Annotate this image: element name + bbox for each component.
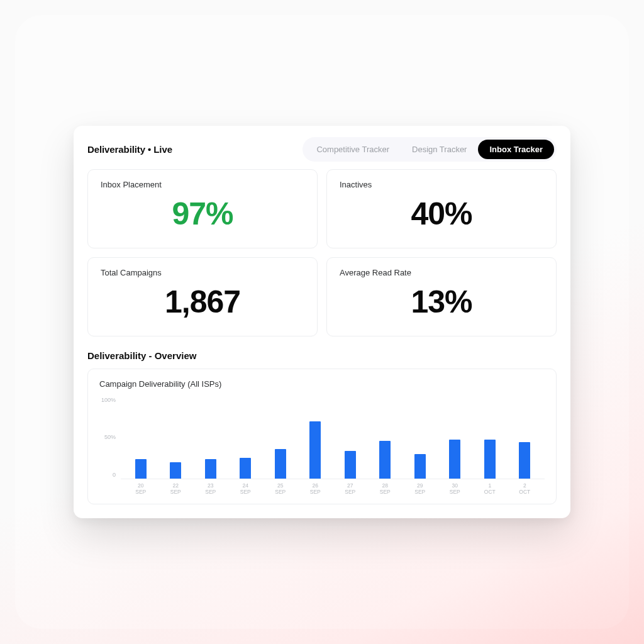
chart-x-tick: 22 SEP: [170, 483, 181, 496]
stat-label: Average Read Rate: [340, 268, 543, 277]
stat-value: 97%: [101, 193, 304, 235]
dashboard-card: Deliverability • Live Competitive Tracke…: [74, 126, 570, 519]
stat-label: Inbox Placement: [101, 180, 304, 189]
stat-card-inactives: Inactives 40%: [326, 169, 557, 248]
chart-x-tick: 24 SEP: [240, 483, 251, 496]
tab-competitive-tracker[interactable]: Competitive Tracker: [305, 140, 401, 159]
page-background: Deliverability • Live Competitive Tracke…: [15, 15, 629, 629]
chart-plot: [121, 397, 545, 479]
chart-x-tick: 29 SEP: [414, 483, 426, 496]
stat-value: 13%: [340, 281, 543, 323]
chart-x-tick: 23 SEP: [205, 483, 216, 496]
tab-design-tracker[interactable]: Design Tracker: [401, 140, 478, 159]
top-bar: Deliverability • Live Competitive Tracke…: [87, 137, 557, 162]
chart-y-tick: 100%: [99, 397, 116, 403]
chart-x-tick: 30 SEP: [449, 483, 460, 496]
chart-area: 100%50%0 20 SEP22 SEP23 SEP24 SEP25 SEP2…: [99, 397, 545, 496]
chart-bar: [170, 462, 181, 479]
chart-x-tick: 20 SEP: [135, 483, 147, 496]
stat-card-inbox-placement: Inbox Placement 97%: [87, 169, 318, 248]
stat-card-total-campaigns: Total Campaigns 1,867: [87, 257, 318, 336]
chart-bar: [309, 421, 321, 478]
chart-y-tick: 50%: [99, 435, 116, 440]
chart-x-tick: 26 SEP: [309, 483, 321, 496]
stat-label: Total Campaigns: [101, 268, 304, 277]
stat-value: 40%: [340, 193, 543, 235]
chart-bar: [484, 440, 496, 479]
chart-bar: [205, 459, 216, 479]
chart-x-tick: 27 SEP: [345, 483, 356, 496]
stat-card-avg-read-rate: Average Read Rate 13%: [326, 257, 557, 336]
chart-plot-wrap: 20 SEP22 SEP23 SEP24 SEP25 SEP26 SEP27 S…: [121, 397, 545, 496]
chart-bar: [275, 449, 286, 478]
stat-grid: Inbox Placement 97% Inactives 40% Total …: [87, 169, 557, 336]
chart-bar: [240, 458, 251, 478]
chart-y-axis: 100%50%0: [99, 397, 116, 479]
section-title-live: Deliverability • Live: [87, 144, 172, 155]
chart-x-tick: 25 SEP: [275, 483, 286, 496]
chart-x-tick: 1 OCT: [484, 483, 496, 496]
chart-bar: [449, 440, 460, 479]
stat-value: 1,867: [101, 281, 304, 323]
chart-x-axis: 20 SEP22 SEP23 SEP24 SEP25 SEP26 SEP27 S…: [121, 479, 545, 496]
section-title-overview: Deliverability - Overview: [87, 350, 557, 361]
chart-bar: [519, 442, 530, 479]
chart-title: Campaign Deliverability (All ISPs): [99, 379, 545, 389]
tracker-tabs: Competitive TrackerDesign TrackerInbox T…: [303, 137, 557, 162]
chart-bar: [414, 454, 426, 479]
chart-card: Campaign Deliverability (All ISPs) 100%5…: [87, 369, 557, 505]
chart-x-tick: 28 SEP: [379, 483, 391, 496]
tab-inbox-tracker[interactable]: Inbox Tracker: [478, 140, 554, 159]
chart-y-tick: 0: [99, 472, 116, 478]
chart-bar: [379, 441, 391, 478]
chart-bar: [135, 459, 147, 479]
stat-label: Inactives: [340, 180, 543, 189]
chart-x-tick: 2 OCT: [519, 483, 530, 496]
chart-bar: [345, 451, 356, 479]
